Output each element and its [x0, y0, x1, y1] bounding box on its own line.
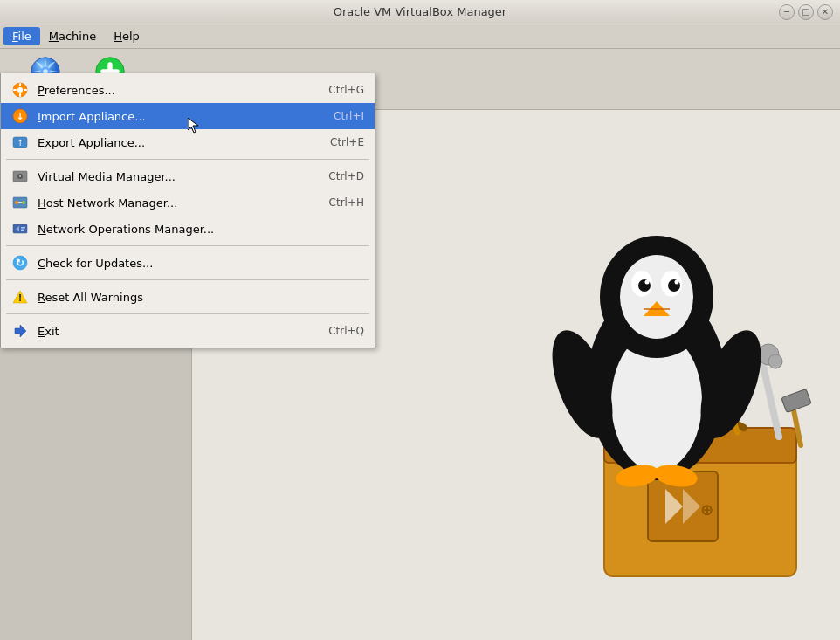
- preferences-label: Preferences...: [38, 84, 115, 97]
- update-icon: ↻: [11, 254, 29, 272]
- import-shortcut: Ctrl+I: [334, 110, 364, 122]
- svg-rect-19: [21, 230, 24, 231]
- tux-toolbox-svg: ⊕: [482, 183, 814, 611]
- svg-rect-55: [781, 389, 811, 412]
- virtual-media-label: Virtual Media Manager...: [38, 170, 176, 183]
- reset-warnings-label: Reset All Warnings: [38, 291, 143, 304]
- title-bar: Oracle VM VirtualBox Manager ─ □ ✕: [0, 0, 840, 24]
- virtual-media-shortcut: Ctrl+D: [328, 170, 364, 182]
- menu-item-host-network[interactable]: Host Network Manager... Ctrl+H: [1, 189, 375, 216]
- svg-point-65: [675, 280, 679, 285]
- exit-shortcut: Ctrl+Q: [328, 325, 364, 337]
- menu-item-export-appliance[interactable]: ↑ Export Appliance... Ctrl+E: [1, 129, 375, 155]
- menu-item-virtual-media[interactable]: Virtual Media Manager... Ctrl+D: [1, 163, 375, 189]
- netops-icon: [11, 220, 29, 237]
- export-shortcut: Ctrl+E: [330, 136, 364, 148]
- export-icon: ↑: [11, 134, 29, 151]
- svg-text:!: !: [18, 293, 23, 303]
- svg-point-46: [768, 354, 782, 368]
- menu-file[interactable]: File: [3, 27, 40, 45]
- separator-1: [6, 159, 369, 160]
- virtualbox-illustration: ⊕: [482, 183, 814, 614]
- svg-point-16: [22, 201, 25, 204]
- menu-item-reset-warnings[interactable]: ! Reset All Warnings: [1, 284, 375, 310]
- menu-file-label: File: [12, 30, 31, 43]
- svg-text:⊕: ⊕: [700, 500, 713, 519]
- separator-2: [6, 245, 369, 246]
- check-updates-label: Check for Updates...: [38, 257, 153, 270]
- exit-icon: [11, 322, 29, 340]
- menu-item-network-ops[interactable]: Network Operations Manager...: [1, 216, 375, 242]
- menu-item-import-appliance[interactable]: ↓ Import Appliance... Ctrl+I: [1, 103, 375, 129]
- menu-machine[interactable]: Machine: [40, 27, 105, 45]
- svg-point-12: [19, 175, 21, 177]
- close-button[interactable]: ✕: [817, 4, 833, 20]
- svg-rect-3: [19, 93, 21, 97]
- network-icon: [11, 194, 29, 211]
- warning-icon: !: [11, 288, 29, 306]
- menu-machine-label: Machine: [49, 30, 96, 43]
- preferences-shortcut: Ctrl+G: [328, 84, 364, 96]
- menu-help-label: Help: [114, 30, 140, 43]
- svg-text:↑: ↑: [17, 138, 24, 148]
- menu-help[interactable]: Help: [105, 27, 148, 45]
- host-network-shortcut: Ctrl+H: [329, 196, 364, 209]
- host-network-label: Host Network Manager...: [38, 196, 177, 210]
- maximize-button[interactable]: □: [798, 4, 814, 20]
- svg-text:↓: ↓: [16, 111, 24, 122]
- exit-label: Exit: [38, 325, 59, 338]
- svg-rect-2: [19, 83, 21, 86]
- export-appliance-label: Export Appliance...: [38, 136, 145, 149]
- svg-rect-18: [21, 227, 25, 229]
- menu-item-preferences[interactable]: Preferences... Ctrl+G: [1, 77, 375, 103]
- import-appliance-label: Import Appliance...: [38, 110, 146, 123]
- svg-point-59: [620, 255, 693, 339]
- separator-3: [6, 279, 369, 280]
- svg-point-15: [15, 201, 18, 204]
- svg-rect-4: [13, 89, 17, 91]
- file-dropdown-menu: Preferences... Ctrl+G ↓ Import Appliance…: [0, 73, 375, 348]
- svg-rect-17: [13, 224, 27, 233]
- import-icon: ↓: [11, 107, 29, 125]
- network-ops-label: Network Operations Manager...: [38, 223, 214, 236]
- minimize-button[interactable]: ─: [779, 4, 795, 20]
- svg-point-64: [645, 280, 650, 285]
- svg-marker-24: [15, 325, 26, 337]
- svg-line-44: [761, 358, 779, 437]
- menu-item-check-updates[interactable]: ↻ Check for Updates...: [1, 250, 375, 276]
- window-controls[interactable]: ─ □ ✕: [779, 4, 833, 20]
- svg-rect-5: [24, 89, 27, 91]
- svg-point-1: [17, 87, 23, 93]
- menu-item-exit[interactable]: Exit Ctrl+Q: [1, 318, 375, 344]
- prefs-icon: [11, 81, 29, 99]
- menu-bar: File Machine Help Preferences... Ctrl+G: [0, 24, 840, 49]
- window-title: Oracle VM VirtualBox Manager: [334, 5, 506, 18]
- separator-4: [6, 313, 369, 314]
- svg-text:↻: ↻: [16, 257, 24, 269]
- media-icon: [11, 168, 29, 185]
